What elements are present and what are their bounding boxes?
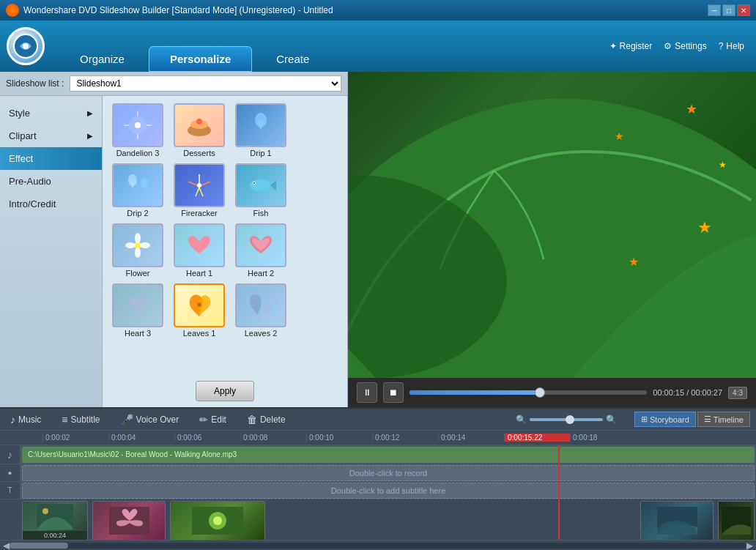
panel-body: Style ▶ Clipart ▶ Effect Pre-Audio Intro… — [0, 96, 347, 407]
settings-button[interactable]: ⚙ Settings — [664, 41, 706, 51]
photo-thumb-2[interactable] — [92, 501, 166, 540]
effects-area: Dandelion 3 Desserts Dri — [103, 96, 347, 407]
record-track-row: ● Double-click to record — [0, 464, 756, 482]
slideshow-label: Slideshow list : — [6, 78, 64, 89]
preview-controls: ⏸ ⏹ 00:00:15 / 00:00:27 4:3 — [348, 378, 756, 407]
zoom-in-icon[interactable]: 🔍 — [606, 415, 617, 425]
maximize-button[interactable]: □ — [722, 4, 735, 16]
effect-thumb-leaves2 — [235, 283, 286, 327]
scroll-right-button[interactable]: ▶ — [746, 540, 753, 551]
slideshow-select[interactable]: Slideshow1 — [70, 75, 341, 92]
effect-dandelion3[interactable]: Dandelion 3 — [108, 102, 167, 159]
sidebar-item-pre-audio[interactable]: Pre-Audio — [0, 170, 102, 193]
effect-drip2[interactable]: Drip 2 — [108, 162, 167, 219]
svg-point-26 — [253, 182, 255, 184]
svg-line-20 — [199, 187, 203, 196]
zoom-out-icon[interactable]: 🔍 — [516, 415, 527, 425]
ruler-mark-8: 0:00:15.22 — [504, 434, 570, 442]
register-button[interactable]: ✦ Register — [609, 41, 653, 51]
apply-button[interactable]: Apply — [196, 381, 254, 401]
chevron-right-icon: ▶ — [87, 109, 93, 117]
subtitle-track-row: T Double-click to add subtitle here — [0, 482, 756, 499]
scroll-left-button[interactable]: ◀ — [3, 540, 10, 551]
bottom-panel: ♪ Music ≡ Subtitle 🎤 Voice Over ✏ Edit 🗑… — [0, 407, 756, 550]
music-track-bar[interactable]: C:\Users\Usuario1\Music\02 - Boreal Wood… — [22, 447, 755, 463]
music-track-icon: ♪ — [0, 445, 21, 464]
svg-point-42 — [213, 516, 222, 525]
effect-leaves2[interactable]: Leaves 2 — [231, 282, 290, 339]
title-left: Wondershare DVD Slideshow Builder [Stand… — [6, 4, 333, 17]
svg-point-1 — [23, 43, 29, 49]
time-display: 00:00:15 / 00:00:27 — [653, 388, 722, 397]
effects-scroll[interactable]: Dandelion 3 Desserts Dri — [105, 99, 344, 378]
effect-label-drip1: Drip 1 — [250, 149, 271, 157]
effect-thumb-drip2 — [112, 163, 163, 207]
effect-desserts[interactable]: Desserts — [170, 102, 229, 159]
register-icon: ✦ — [609, 41, 617, 51]
ruler-mark-5: 0:00:10 — [306, 434, 372, 442]
effect-heart2[interactable]: Heart 2 — [231, 222, 290, 279]
photo-thumb-3[interactable] — [170, 501, 265, 540]
sidebar-item-intro-credit[interactable]: Intro/Credit — [0, 193, 102, 215]
storyboard-view-button[interactable]: ⊞ Storyboard — [634, 412, 696, 427]
effect-heart1[interactable]: Heart 1 — [170, 222, 229, 279]
sidebar-item-effect[interactable]: Effect — [0, 147, 102, 170]
effect-thumb-leaves1 — [174, 283, 225, 327]
horizontal-scrollbar[interactable] — [10, 543, 746, 549]
gear-icon: ⚙ — [664, 41, 672, 51]
photo-thumb-1[interactable]: 0:00:24 — [22, 501, 88, 540]
nav-tabs: Organize Personalize Create — [51, 21, 609, 72]
sparkle-icon-3: ★ — [697, 218, 712, 237]
tab-personalize[interactable]: Personalize — [149, 46, 252, 72]
title-bar: Wondershare DVD Slideshow Builder [Stand… — [0, 0, 756, 21]
sidebar-item-clipart[interactable]: Clipart ▶ — [0, 125, 102, 147]
pause-button[interactable]: ⏸ — [357, 382, 377, 403]
effect-thumb-firecracker — [174, 163, 225, 207]
delete-tool[interactable]: 🗑 Delete — [242, 412, 290, 428]
close-button[interactable]: ✕ — [737, 4, 750, 16]
record-track-bar[interactable]: Double-click to record — [22, 465, 755, 481]
view-buttons: ⊞ Storyboard ☰ Timeline — [634, 412, 750, 427]
subtitle-track-content: Double-click to add subtitle here — [21, 482, 756, 499]
photo-thumb-5[interactable] — [718, 501, 755, 540]
effect-fish[interactable]: Fish — [231, 162, 290, 219]
music-icon: ♪ — [10, 414, 15, 425]
video-background: ★ ★ ★ ★ ★ — [348, 72, 756, 378]
subtitle-track-label: Double-click to add subtitle here — [331, 486, 446, 495]
photo-thumb-1-label: 0:00:24 — [23, 531, 87, 540]
edit-tool[interactable]: ✏ Edit — [195, 412, 231, 428]
effect-heart3[interactable]: Heart 3 — [108, 282, 167, 339]
zoom-slider[interactable] — [530, 418, 603, 421]
preview-video: ★ ★ ★ ★ ★ — [348, 72, 756, 378]
music-tool[interactable]: ♪ Music — [6, 412, 45, 428]
effect-label-heart2: Heart 2 — [248, 269, 274, 278]
effect-thumb-flower — [112, 223, 163, 267]
timeline-view-button[interactable]: ☰ Timeline — [697, 412, 750, 427]
subtitle-track-bar[interactable]: Double-click to add subtitle here — [22, 483, 755, 499]
voiceover-tool[interactable]: 🎤 Voice Over — [116, 412, 184, 428]
sparkle-icon-4: ★ — [629, 255, 639, 269]
sparkle-icon-2: ★ — [615, 130, 624, 142]
stop-button[interactable]: ⏹ — [383, 382, 404, 403]
tab-organize[interactable]: Organize — [59, 46, 146, 72]
tab-create[interactable]: Create — [255, 46, 330, 72]
effect-drip1[interactable]: Drip 1 — [231, 102, 290, 159]
sidebar-item-style[interactable]: Style ▶ — [0, 102, 102, 125]
scrollbar-thumb — [10, 543, 68, 549]
preview-progress-bar[interactable] — [410, 390, 647, 395]
effect-leaves1[interactable]: Leaves 1 — [170, 282, 229, 339]
svg-point-3 — [135, 122, 141, 128]
help-button[interactable]: ? Help — [719, 41, 744, 51]
timeline-ruler: 0:00:02 0:00:04 0:00:06 0:00:08 0:00:10 … — [0, 431, 756, 445]
minimize-button[interactable]: ─ — [708, 4, 721, 16]
subtitle-tool[interactable]: ≡ Subtitle — [57, 412, 104, 428]
effect-firecracker[interactable]: Fireracker — [170, 162, 229, 219]
svg-point-28 — [135, 233, 141, 243]
photo-thumb-4[interactable] — [640, 501, 714, 540]
menu-bar: Organize Personalize Create ✦ Register ⚙… — [0, 21, 756, 72]
music-track-row: ♪ C:\Users\Usuario1\Music\02 - Boreal Wo… — [0, 445, 756, 464]
effect-flower[interactable]: Flower — [108, 222, 167, 279]
effect-label-firecracker: Fireracker — [181, 209, 218, 218]
logo-area — [0, 21, 51, 72]
effect-label-leaves2: Leaves 2 — [245, 329, 278, 338]
